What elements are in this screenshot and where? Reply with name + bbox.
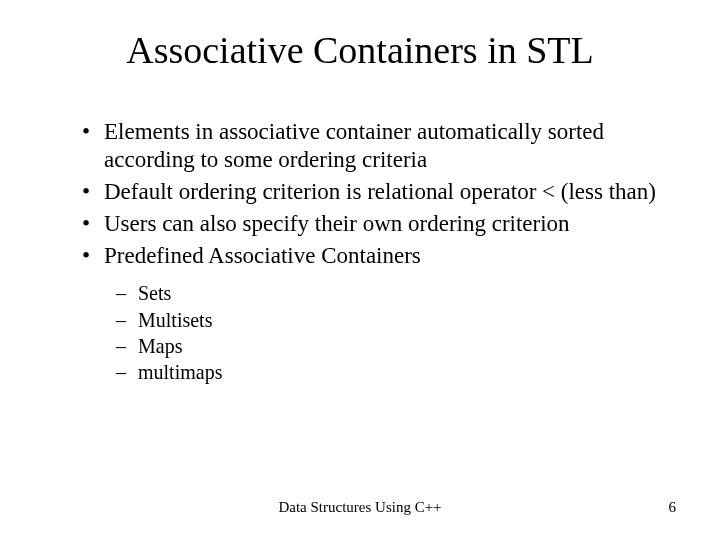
bullet-item: Predefined Associative Containers <box>82 242 660 270</box>
bullet-item: Users can also specify their own orderin… <box>82 210 660 238</box>
bullet-item: Default ordering criterion is relational… <box>82 178 660 206</box>
sub-bullet-list: Sets Multisets Maps multimaps <box>82 280 660 386</box>
slide-body: Elements in associative container automa… <box>82 118 660 386</box>
slide-title: Associative Containers in STL <box>0 28 720 72</box>
slide: Associative Containers in STL Elements i… <box>0 0 720 540</box>
footer-text: Data Structures Using C++ <box>0 499 720 516</box>
page-number: 6 <box>669 499 677 516</box>
sub-bullet-item: multimaps <box>116 359 660 385</box>
bullet-list: Elements in associative container automa… <box>82 118 660 270</box>
sub-bullet-item: Sets <box>116 280 660 306</box>
bullet-item: Elements in associative container automa… <box>82 118 660 174</box>
sub-bullet-item: Maps <box>116 333 660 359</box>
sub-bullet-item: Multisets <box>116 307 660 333</box>
